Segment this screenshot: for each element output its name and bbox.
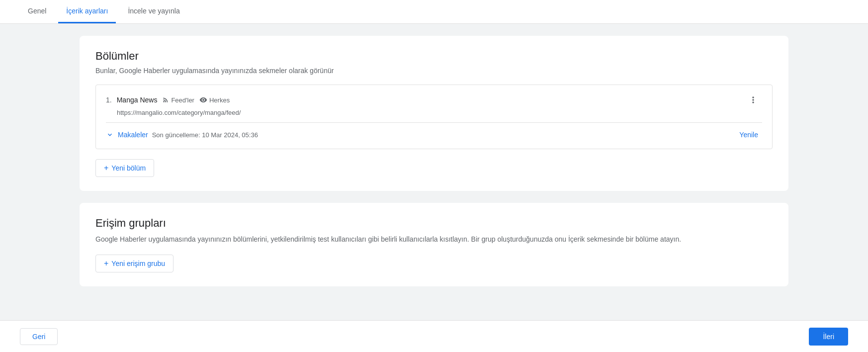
section-name: Manga News: [117, 96, 158, 104]
section-url: https://mangalio.com/category/manga/feed…: [117, 109, 762, 116]
erisim-gruplari-card: Erişim grupları Google Haberler uygulama…: [80, 203, 788, 286]
section-articles-row: Makaleler Son güncelleme: 10 Mar 2024, 0…: [106, 123, 762, 141]
plus-icon: +: [104, 164, 108, 173]
bolumler-title: Bölümler: [95, 50, 773, 63]
more-icon: [748, 95, 758, 105]
bolumler-description: Bunlar, Google Haberler uygulamasında ya…: [95, 67, 773, 75]
table-row: 1. Manga News Feed'ler: [96, 85, 772, 149]
add-section-label: Yeni bölüm: [111, 164, 146, 172]
bottom-bar: Geri İleri: [0, 320, 868, 352]
add-section-button[interactable]: + Yeni bölüm: [95, 159, 154, 177]
top-navigation: Genel İçerik ayarları İncele ve yayınla: [0, 0, 868, 24]
erisim-gruplari-description: Google Haberler uygulamasında yayınınızı…: [95, 234, 773, 245]
feeds-badge: Feed'ler: [162, 96, 194, 104]
back-button[interactable]: Geri: [20, 328, 58, 345]
tab-genel[interactable]: Genel: [20, 0, 54, 23]
erisim-gruplari-title: Erişim grupları: [95, 217, 773, 230]
section-item-left: 1. Manga News Feed'ler: [106, 96, 230, 104]
section-list: 1. Manga News Feed'ler: [95, 85, 773, 149]
visibility-label: Herkes: [209, 96, 230, 104]
rss-icon: [162, 96, 169, 103]
main-content: Bölümler Bunlar, Google Haberler uygulam…: [0, 24, 868, 326]
visibility-badge: Herkes: [199, 96, 230, 104]
last-updated-text: Son güncelleme: 10 Mar 2024, 05:36: [152, 131, 258, 139]
section-number: 1.: [106, 96, 112, 104]
section-item-header: 1. Manga News Feed'ler: [106, 93, 762, 107]
chevron-down-icon[interactable]: [106, 131, 114, 139]
tab-icerik-ayarlari[interactable]: İçerik ayarları: [58, 0, 116, 23]
plus-icon-access: +: [104, 259, 108, 268]
eye-icon: [199, 96, 207, 104]
feeds-label: Feed'ler: [171, 96, 194, 104]
refresh-button[interactable]: Yenile: [735, 129, 762, 141]
articles-label[interactable]: Makaleler: [118, 131, 148, 139]
add-access-group-button[interactable]: + Yeni erişim grubu: [95, 255, 174, 272]
more-options-button[interactable]: [744, 93, 762, 107]
tab-incele-ve-yayinla[interactable]: İncele ve yayınla: [120, 0, 187, 23]
next-button[interactable]: İleri: [809, 328, 848, 346]
add-access-group-label: Yeni erişim grubu: [111, 260, 165, 267]
articles-left: Makaleler Son güncelleme: 10 Mar 2024, 0…: [106, 131, 258, 139]
bolumler-card: Bölümler Bunlar, Google Haberler uygulam…: [80, 36, 788, 191]
